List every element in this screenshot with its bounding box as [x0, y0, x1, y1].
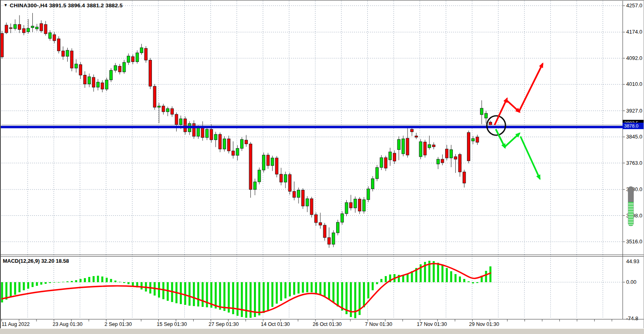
- candle[interactable]: [236, 149, 239, 155]
- candle[interactable]: [179, 119, 182, 124]
- candle[interactable]: [280, 174, 283, 182]
- candle[interactable]: [241, 139, 243, 148]
- candle[interactable]: [476, 137, 479, 142]
- candle[interactable]: [384, 157, 387, 168]
- candle[interactable]: [149, 60, 152, 87]
- candle[interactable]: [206, 129, 209, 137]
- candle[interactable]: [471, 138, 474, 141]
- candle[interactable]: [363, 200, 365, 211]
- candle[interactable]: [136, 53, 139, 62]
- candle[interactable]: [118, 66, 121, 72]
- candle[interactable]: [1, 33, 4, 57]
- candle[interactable]: [397, 139, 400, 149]
- candle[interactable]: [105, 80, 108, 89]
- candle[interactable]: [467, 132, 470, 161]
- candle[interactable]: [350, 202, 352, 208]
- candle[interactable]: [454, 157, 457, 159]
- candle[interactable]: [70, 51, 73, 68]
- candle[interactable]: [284, 174, 287, 182]
- candle[interactable]: [131, 57, 134, 62]
- candle[interactable]: [31, 26, 34, 28]
- candle[interactable]: [432, 145, 435, 147]
- candle[interactable]: [328, 238, 331, 245]
- candle[interactable]: [271, 158, 274, 166]
- candle[interactable]: [297, 190, 300, 198]
- candle[interactable]: [88, 77, 91, 84]
- candle[interactable]: [57, 39, 60, 51]
- candle[interactable]: [345, 202, 348, 214]
- candle[interactable]: [36, 27, 38, 29]
- candle[interactable]: [323, 225, 326, 238]
- candle[interactable]: [101, 83, 104, 89]
- bearish-scenario-arrow[interactable]: [505, 133, 520, 147]
- candle[interactable]: [158, 106, 160, 107]
- candle[interactable]: [83, 75, 86, 84]
- candle[interactable]: [393, 153, 396, 161]
- candle[interactable]: [319, 223, 322, 225]
- candle[interactable]: [92, 77, 95, 87]
- candle[interactable]: [254, 182, 256, 189]
- candle[interactable]: [402, 139, 405, 154]
- candle[interactable]: [49, 33, 51, 38]
- candle[interactable]: [223, 139, 226, 149]
- candle[interactable]: [171, 108, 173, 114]
- candle[interactable]: [485, 113, 488, 118]
- candle[interactable]: [310, 199, 313, 215]
- annotation-circle[interactable]: [487, 116, 505, 135]
- candle[interactable]: [75, 64, 78, 68]
- candle[interactable]: [458, 154, 461, 172]
- candle[interactable]: [275, 158, 278, 174]
- candle[interactable]: [262, 155, 265, 170]
- candle[interactable]: [450, 150, 452, 158]
- candle[interactable]: [354, 199, 357, 208]
- candle[interactable]: [441, 159, 444, 163]
- candlesticks[interactable]: [1, 13, 492, 248]
- candle[interactable]: [127, 56, 130, 62]
- scrollbar-thumb[interactable]: [628, 187, 633, 226]
- candle[interactable]: [489, 122, 492, 125]
- candle[interactable]: [406, 138, 409, 155]
- candle[interactable]: [411, 129, 414, 132]
- candle[interactable]: [197, 128, 200, 136]
- candle[interactable]: [358, 199, 361, 211]
- candle[interactable]: [367, 189, 370, 200]
- candle[interactable]: [40, 23, 43, 31]
- candle[interactable]: [201, 128, 204, 137]
- candle[interactable]: [44, 24, 47, 34]
- candle[interactable]: [162, 106, 165, 112]
- candle[interactable]: [110, 70, 113, 80]
- candle[interactable]: [371, 179, 374, 189]
- candle[interactable]: [332, 233, 335, 244]
- candle[interactable]: [288, 174, 291, 191]
- bullish-scenario-arrow[interactable]: [506, 100, 520, 112]
- candle[interactable]: [66, 50, 69, 56]
- candle[interactable]: [153, 86, 156, 107]
- candle[interactable]: [389, 152, 392, 160]
- chart-canvas[interactable]: [0, 0, 644, 334]
- candle[interactable]: [53, 35, 56, 41]
- candle[interactable]: [415, 136, 418, 137]
- candle[interactable]: [214, 134, 217, 140]
- candle[interactable]: [258, 170, 261, 182]
- candle[interactable]: [5, 25, 8, 33]
- candle[interactable]: [419, 142, 422, 157]
- candle[interactable]: [249, 144, 252, 189]
- candle[interactable]: [114, 66, 117, 70]
- candle[interactable]: [22, 29, 25, 33]
- candle[interactable]: [140, 48, 143, 53]
- candle[interactable]: [301, 190, 304, 206]
- annotations[interactable]: [487, 64, 543, 179]
- candle[interactable]: [96, 82, 99, 87]
- candle[interactable]: [227, 139, 230, 151]
- candle[interactable]: [428, 145, 431, 148]
- candle[interactable]: [14, 24, 17, 28]
- candle[interactable]: [446, 149, 448, 158]
- candle[interactable]: [210, 129, 213, 140]
- candle[interactable]: [175, 114, 178, 124]
- candle[interactable]: [336, 222, 339, 233]
- candle[interactable]: [463, 172, 466, 183]
- candle[interactable]: [293, 191, 296, 198]
- candle[interactable]: [341, 214, 343, 222]
- bearish-scenario-arrow[interactable]: [520, 136, 540, 179]
- candle[interactable]: [145, 48, 147, 60]
